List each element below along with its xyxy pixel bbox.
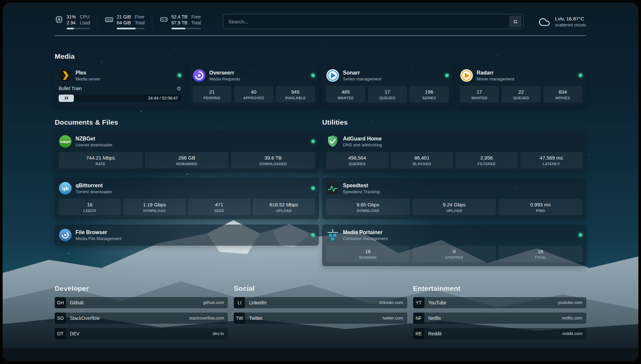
bookmark-dev[interactable]: DT DEV dev.to	[55, 328, 228, 339]
memory-label-top: Free	[135, 14, 145, 20]
status-dot	[311, 74, 315, 77]
status-dot	[178, 74, 181, 77]
app-card-plex[interactable]: Plex Media server Bullet Train ⚙ 24:44 /…	[55, 65, 185, 106]
disk-free: 52.4 TB	[171, 14, 188, 20]
cpu-progress-bar	[67, 28, 90, 29]
bookmark-abbr: GH	[55, 297, 66, 308]
bookmark-github[interactable]: GH Github github.com	[55, 297, 228, 308]
app-card-overseerr[interactable]: Overseerr Media Requests 21 PENDING 40 A…	[189, 65, 319, 106]
stat-seed: 471 SEED	[188, 199, 250, 215]
stat-wanted: 17 WANTED	[460, 86, 499, 103]
app-subtitle: Torrent downloader	[76, 189, 112, 194]
gear-icon[interactable]: ⚙	[176, 85, 181, 92]
bookmark-reddit[interactable]: RE Reddit reddit.com	[413, 328, 586, 339]
app-card-portainer[interactable]: Media Portainer Container management 16 …	[322, 225, 586, 266]
stat-rate: 744.21 Mbps RATE	[59, 152, 142, 168]
section-entertainment: Entertainment YT YouTube youtube.com NF …	[413, 285, 586, 339]
app-title: Overseerr	[209, 70, 240, 76]
stat-upload: 618.52 Mbps UPLOAD	[253, 199, 315, 215]
status-dot	[311, 139, 315, 143]
svg-text:nzbget: nzbget	[60, 140, 70, 143]
app-title: File Browser	[76, 229, 121, 235]
stat-blocked: 86,401 BLOCKED	[391, 152, 453, 168]
stat-series: 196 SERIES	[410, 86, 449, 103]
weather-condition: scattered clouds	[555, 22, 586, 27]
status-dot	[579, 233, 582, 237]
stat-queries: 498,564 QUERIES	[326, 152, 388, 168]
stat-upload: 9.24 Gbps UPLOAD	[412, 199, 496, 215]
app-card-filebrowser[interactable]: File Browser Media File Management	[55, 225, 319, 246]
app-card-radarr[interactable]: Radarr Movie management 17 WANTED 22 QUE…	[456, 65, 587, 106]
stat-filtered: 2,956 FILTERED	[456, 152, 518, 168]
stat-pending: 21 PENDING	[193, 86, 232, 103]
stat-ping: 0.993 ms PING	[499, 199, 582, 215]
section-social: Social LI LinkedIn linkedin.com TW Twitt…	[234, 285, 407, 339]
weather-location: Lviv, 16.87°C	[555, 16, 586, 21]
adguard-icon	[326, 135, 339, 148]
section-documents: Documents & Files nzbget	[55, 118, 319, 246]
status-dot	[579, 74, 582, 77]
filebrowser-icon	[59, 228, 72, 242]
app-title: Sonarr	[343, 70, 381, 76]
app-subtitle: Media server	[76, 76, 100, 81]
cpu-percent: 31%	[67, 14, 76, 20]
stat-approved: 40 APPROVED	[234, 86, 273, 103]
app-title: Media Portainer	[343, 229, 388, 235]
status-dot	[311, 233, 315, 237]
svg-text:qb: qb	[62, 186, 69, 191]
status-dot	[445, 74, 449, 77]
section-title-media: Media	[55, 52, 586, 60]
pause-button[interactable]	[59, 95, 74, 102]
app-card-speedtest[interactable]: Speedtest Speedtest Tracking 9.65 Gbps D…	[322, 178, 586, 219]
bookmark-abbr: LI	[234, 297, 245, 308]
stat-queued: 17 QUEUED	[368, 86, 407, 103]
app-title: Plex	[76, 70, 100, 76]
disk-progress-bar	[171, 28, 201, 29]
disk-widget: 52.4 TB 97.9 TB Free Total	[160, 14, 208, 29]
status-dot	[311, 186, 315, 190]
sonarr-icon	[326, 69, 339, 82]
search-engine-button[interactable]: G	[509, 15, 522, 27]
bookmark-youtube[interactable]: YT YouTube youtube.com	[413, 297, 586, 308]
playback-time: 24:44 / 02:06:47	[148, 96, 178, 101]
app-card-sonarr[interactable]: Sonarr Series management 485 WANTED 17 Q…	[322, 65, 453, 106]
plex-icon	[59, 69, 72, 82]
memory-total: 64 GiB	[117, 20, 131, 26]
bookmark-abbr: NF	[413, 313, 424, 324]
stat-total: 16 TOTAL	[499, 246, 582, 262]
portainer-icon	[326, 228, 339, 242]
stat-wanted: 485 WANTED	[326, 86, 365, 103]
speedtest-icon	[326, 182, 339, 195]
app-card-qbittorrent[interactable]: qb qBittorrent Torrent downloader	[55, 178, 319, 219]
disk-label-top: Free	[191, 14, 201, 20]
overseerr-icon	[193, 69, 206, 82]
app-subtitle: Movie management	[477, 76, 514, 81]
bookmark-linkedin[interactable]: LI LinkedIn linkedin.com	[234, 297, 407, 308]
nzbget-icon: nzbget	[59, 135, 72, 148]
app-title: NZBGet	[76, 136, 112, 142]
app-subtitle: Container management	[343, 236, 388, 241]
app-subtitle: DNS and adblocking	[343, 142, 382, 147]
memory-icon	[105, 15, 113, 24]
radarr-icon	[460, 69, 473, 82]
bookmark-twitter[interactable]: TW Twitter twitter.com	[234, 313, 407, 324]
app-title: AdGuard Home	[343, 136, 382, 142]
section-developer: Developer GH Github github.com SO StackO…	[55, 285, 228, 339]
section-title-documents: Documents & Files	[55, 118, 319, 126]
section-title-social: Social	[234, 285, 407, 292]
stat-downloaded: 39.6 TB DOWNLOADED	[231, 152, 315, 168]
app-card-nzbget[interactable]: nzbget NZBGet Usenet downloader 74	[55, 131, 319, 172]
cpu-icon	[55, 15, 63, 24]
app-subtitle: Speedtest Tracking	[343, 189, 380, 194]
bookmark-abbr: RE	[413, 328, 424, 339]
bookmark-netflix[interactable]: NF Netflix netflix.com	[413, 313, 586, 324]
stat-download: 1.19 Gbps DOWNLOAD	[123, 199, 185, 215]
search-input[interactable]	[223, 19, 509, 24]
stat-movies: 834 MOVIES	[543, 86, 583, 103]
stat-stopped: 0 STOPPED	[412, 246, 496, 262]
bookmark-stackoverflow[interactable]: SO StackOverflow stackoverflow.com	[55, 313, 228, 324]
playback-progress[interactable]: 24:44 / 02:06:47	[59, 95, 181, 102]
stat-remaining: 266 GB REMAINING	[145, 152, 229, 168]
app-card-adguard[interactable]: AdGuard Home DNS and adblocking 498,564 …	[322, 131, 586, 172]
stat-queued: 22 QUEUED	[502, 86, 541, 103]
